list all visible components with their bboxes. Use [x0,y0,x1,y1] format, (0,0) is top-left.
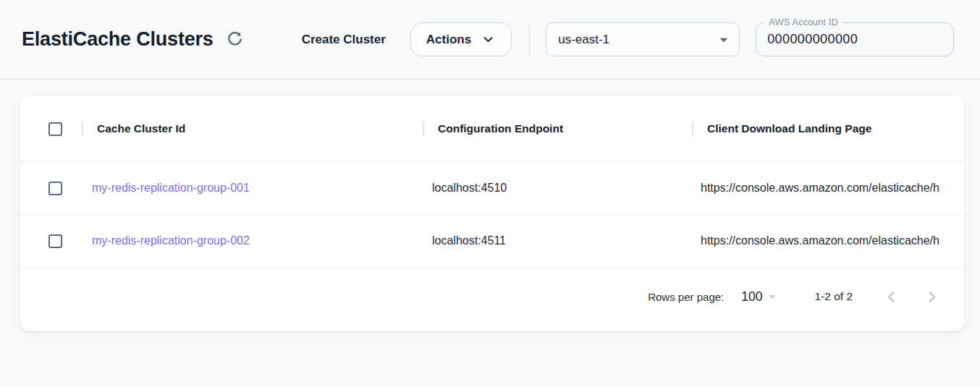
chevron-left-icon [882,287,901,307]
region-select-value: us-east-1 [558,33,609,47]
previous-page-button[interactable] [876,281,906,312]
column-header-label: Client Download Landing Page [707,122,871,135]
row-checkbox-cell [20,182,82,195]
chevron-right-icon [922,287,942,307]
arrow-drop-down-icon [714,30,733,49]
actions-button-label: Actions [426,33,471,47]
cache-cluster-id-cell: my-redis-replication-group-001 [82,182,423,195]
select-all-cell [20,122,82,136]
arrow-drop-down-icon [764,288,781,305]
region-select[interactable]: us-east-1 [546,22,740,56]
chevron-down-icon [481,32,496,47]
rows-per-page-select[interactable]: 100 [741,288,781,305]
cache-cluster-id-cell: my-redis-replication-group-002 [82,234,423,247]
table-row: my-redis-replication-group-001 localhost… [20,162,964,215]
column-header-client-download-landing-page[interactable]: Client Download Landing Page [692,122,964,137]
rows-per-page-label: Rows per page: [648,291,724,303]
aws-account-id-input[interactable] [756,23,953,56]
client-download-landing-page-cell: https://console.aws.amazon.com/elasticac… [692,182,964,195]
page-title: ElastiCache Clusters [22,28,214,51]
top-bar: ElastiCache Clusters Create Cluster Acti… [0,0,980,80]
configuration-endpoint-cell: localhost:4510 [423,182,692,195]
column-separator [82,122,83,137]
select-all-checkbox[interactable] [48,122,62,136]
client-download-landing-page-cell: https://console.aws.amazon.com/elasticac… [692,234,964,247]
row-checkbox[interactable] [48,234,62,248]
cluster-link[interactable]: my-redis-replication-group-002 [92,234,250,247]
next-page-button[interactable] [916,281,947,312]
column-header-configuration-endpoint[interactable]: Configuration Endpoint [423,122,692,137]
create-cluster-button[interactable]: Create Cluster [300,28,387,51]
page-range-label: 1-2 of 2 [814,290,853,303]
actions-button[interactable]: Actions [410,22,512,56]
table-pagination: Rows per page: 100 1-2 of 2 [20,268,964,330]
rows-per-page-value: 100 [741,289,762,305]
configuration-endpoint-cell: localhost:4511 [423,234,692,247]
main-content: Cache Cluster Id Configuration Endpoint … [0,96,980,331]
refresh-icon [225,30,245,49]
column-header-label: Configuration Endpoint [438,122,563,135]
table-row: my-redis-replication-group-002 localhost… [20,215,964,268]
column-separator [423,122,424,137]
aws-account-id-field: AWS Account ID [756,22,954,56]
row-checkbox-cell [20,234,82,248]
table-header-row: Cache Cluster Id Configuration Endpoint … [20,96,964,162]
clusters-table-card: Cache Cluster Id Configuration Endpoint … [20,96,964,331]
row-checkbox[interactable] [48,182,62,195]
cluster-link[interactable]: my-redis-replication-group-001 [92,182,250,194]
aws-account-id-label: AWS Account ID [764,17,842,27]
column-separator [692,122,693,137]
refresh-button[interactable] [223,27,247,51]
column-header-cache-cluster-id[interactable]: Cache Cluster Id [82,122,423,137]
column-header-label: Cache Cluster Id [97,122,185,135]
header-divider [529,24,530,55]
